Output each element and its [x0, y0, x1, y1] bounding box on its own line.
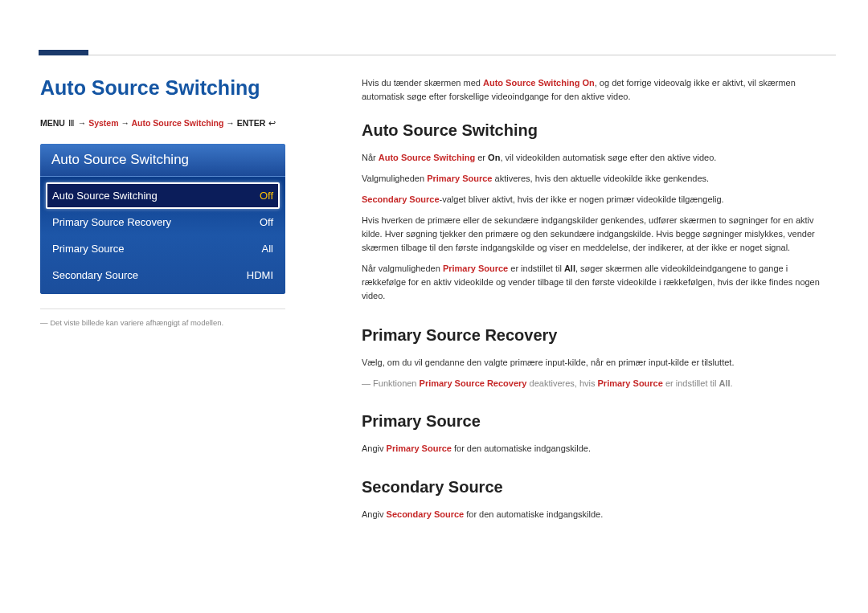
- enter-icon: ↩: [268, 118, 276, 128]
- menu-row-secondary-source[interactable]: Secondary Source HDMI: [46, 262, 280, 288]
- menu-row-label: Secondary Source: [52, 269, 138, 281]
- menu-row-value: HDMI: [247, 269, 273, 281]
- ass-p5: Når valgmuligheden Primary Source er ind…: [362, 262, 832, 303]
- heading-secondary-source: Secondary Source: [362, 478, 832, 497]
- ass-p1: Når Auto Source Switching er On, vil vid…: [362, 151, 832, 165]
- ass-p2: Valgmuligheden Primary Source aktiveres,…: [362, 172, 832, 186]
- menu-row-label: Primary Source: [52, 243, 125, 255]
- ps-p1: Angiv Primary Source for den automatiske…: [362, 442, 832, 456]
- psr-p1: Vælg, om du vil gendanne den valgte prim…: [362, 356, 832, 370]
- osd-menu-header: Auto Source Switching: [40, 144, 285, 177]
- psr-note: Funktionen Primary Source Recovery deakt…: [362, 377, 832, 390]
- menu-row-label: Auto Source Switching: [52, 190, 158, 202]
- ass-p3: Secondary Source-valget bliver aktivt, h…: [362, 193, 832, 206]
- heading-primary-source: Primary Source: [362, 412, 832, 431]
- menu-row-value: Off: [260, 190, 273, 202]
- heading-auto-source-switching: Auto Source Switching: [362, 121, 832, 140]
- menu-icon: Ⅲ: [68, 118, 76, 128]
- crumb-system: System: [88, 118, 118, 128]
- breadcrumb: MENU Ⅲ → System → Auto Source Switching …: [40, 117, 285, 129]
- osd-menu: Auto Source Switching Auto Source Switch…: [40, 144, 285, 294]
- intro-paragraph: Hvis du tænder skærmen med Auto Source S…: [362, 76, 832, 104]
- ss-p1: Angiv Secondary Source for den automatis…: [362, 508, 832, 521]
- ass-p4: Hvis hverken de primære eller de sekundæ…: [362, 214, 832, 255]
- menu-row-value: All: [262, 243, 273, 255]
- heading-primary-source-recovery: Primary Source Recovery: [362, 326, 832, 345]
- crumb-enter: ENTER: [237, 118, 266, 128]
- menu-row-auto-source-switching[interactable]: Auto Source Switching Off: [46, 182, 280, 209]
- menu-row-value: Off: [260, 216, 273, 228]
- menu-row-label: Primary Source Recovery: [52, 216, 171, 228]
- crumb-menu: MENU: [40, 118, 65, 128]
- page-title: Auto Source Switching: [40, 76, 285, 100]
- menu-row-primary-source-recovery[interactable]: Primary Source Recovery Off: [46, 209, 280, 235]
- image-note: Det viste billede kan variere afhængigt …: [40, 317, 285, 328]
- menu-row-primary-source[interactable]: Primary Source All: [46, 235, 280, 262]
- crumb-page: Auto Source Switching: [132, 118, 224, 128]
